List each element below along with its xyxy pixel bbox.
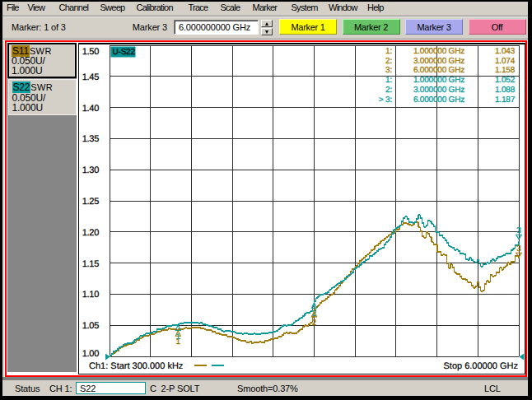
svg-text:2:: 2: [385,57,392,66]
svg-text:1.158: 1.158 [495,66,516,75]
svg-text:3.000000 GHz: 3.000000 GHz [413,86,464,95]
svg-text:> 3:: > 3: [379,95,392,105]
svg-text:1.187: 1.187 [495,95,516,105]
svg-text:1.052: 1.052 [495,76,516,85]
svg-text:1:: 1: [385,47,392,56]
svg-text:1.074: 1.074 [495,57,516,66]
svg-text:1.05: 1.05 [82,321,99,331]
svg-text:1.50: 1.50 [82,47,99,57]
svg-text:1.15: 1.15 [82,259,99,269]
svg-text:3: 3 [516,226,521,235]
svg-text:2:: 2: [385,86,392,95]
svg-text:1.000000 GHz: 1.000000 GHz [413,47,464,56]
svg-text:2: 2 [312,319,317,328]
svg-text:1.45: 1.45 [82,72,99,82]
svg-text:1.35: 1.35 [82,134,99,144]
svg-text:Stop 6.00000 GHz: Stop 6.00000 GHz [443,361,518,371]
svg-text:1.20: 1.20 [82,228,99,238]
svg-text:1.00: 1.00 [82,349,99,359]
svg-text:1.088: 1.088 [495,86,516,95]
svg-text:Ch1: Start 300.000 kHz: Ch1: Start 300.000 kHz [89,361,183,371]
svg-text:1: 1 [176,337,181,347]
svg-text:1.30: 1.30 [82,165,99,175]
svg-text:1:: 1: [385,76,392,85]
svg-text:6.000000 GHz: 6.000000 GHz [413,95,464,105]
svg-text:1.10: 1.10 [82,290,99,300]
svg-text:3:: 3: [385,66,392,75]
svg-text:1.40: 1.40 [82,104,99,114]
svg-text:3.000000 GHz: 3.000000 GHz [413,57,464,66]
svg-text:1.000000 GHz: 1.000000 GHz [413,76,464,85]
svg-text:1.043: 1.043 [495,47,516,56]
svg-text:6.000000 GHz: 6.000000 GHz [413,66,464,75]
svg-text:1.25: 1.25 [82,197,99,207]
svg-text:U-S22: U-S22 [113,48,136,57]
svg-text:3: 3 [516,244,521,253]
